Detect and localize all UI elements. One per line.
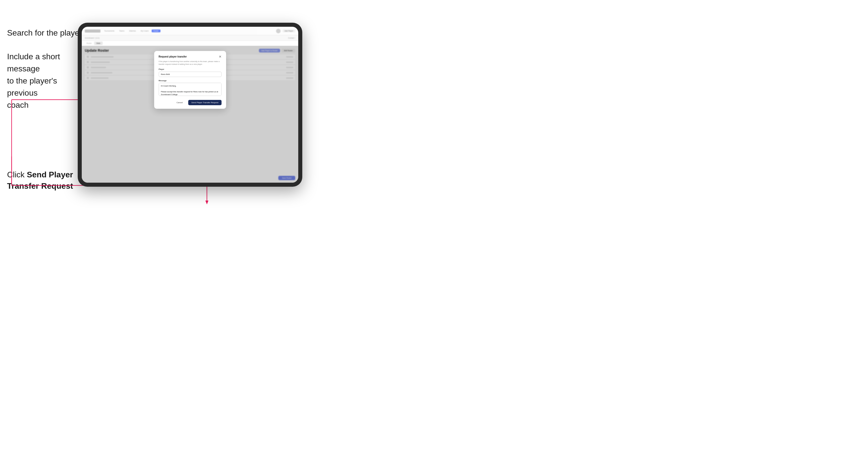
modal-footer: Cancel Send Player Transfer Request xyxy=(159,100,221,105)
modal-close-button[interactable]: ✕ xyxy=(219,55,221,58)
app-header-bar: Tournaments Teams Matches My Coach Roste… xyxy=(82,27,298,35)
tablet-device: Tournaments Teams Matches My Coach Roste… xyxy=(78,23,302,187)
modal-title: Request player transfer xyxy=(159,55,187,58)
annotation-click: Click Send Player Transfer Request xyxy=(7,169,78,192)
modal-overlay: Request player transfer ✕ If the player … xyxy=(82,46,298,183)
annotation-message: Include a short messageto the player's p… xyxy=(7,51,78,111)
player-input[interactable] xyxy=(159,72,221,77)
modal-header: Request player transfer ✕ xyxy=(159,55,221,58)
tab-bar: Roster Stats xyxy=(82,41,298,46)
message-textarea[interactable]: Hi Coach McHarg, Please accept this tran… xyxy=(159,83,221,96)
modal-description: If the player is transferring from anoth… xyxy=(159,60,221,66)
player-label: Player xyxy=(159,68,221,70)
tablet-screen: Tournaments Teams Matches My Coach Roste… xyxy=(82,27,298,183)
send-transfer-button[interactable]: Send Player Transfer Request xyxy=(188,100,221,105)
sub-bar: Scoreboard / (111) Contact › xyxy=(82,35,298,41)
annotation-search: Search for the player. xyxy=(7,27,84,39)
main-content-area: Update Roster Add Player to Roster Edit … xyxy=(82,46,298,183)
cancel-button[interactable]: Cancel xyxy=(173,100,186,105)
message-label: Message xyxy=(159,80,221,82)
svg-marker-6 xyxy=(206,200,209,205)
modal-dialog: Request player transfer ✕ If the player … xyxy=(154,51,226,109)
